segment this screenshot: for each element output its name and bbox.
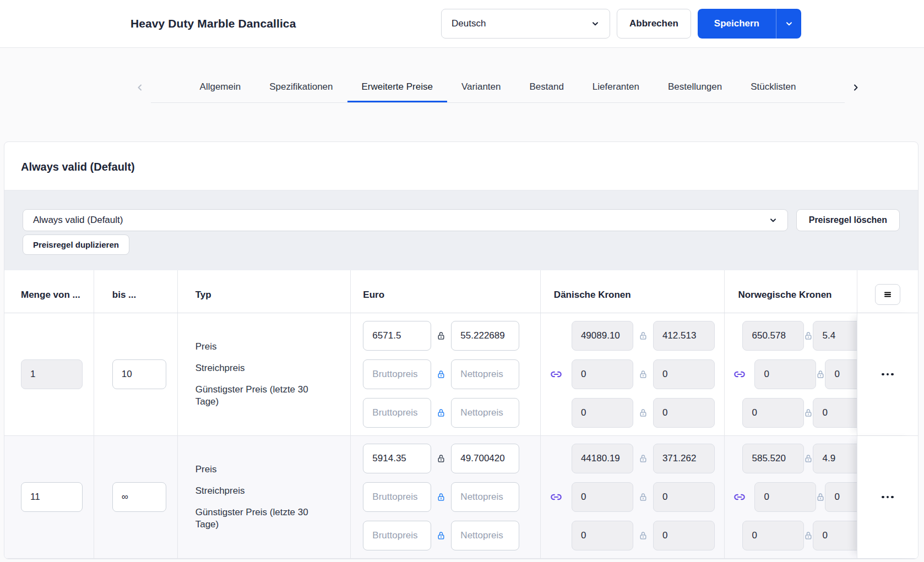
- type-label-strike-price: Streichpreis: [195, 485, 245, 497]
- nok-cheapest-gross-input: [742, 521, 804, 550]
- tab-varianten[interactable]: Varianten: [447, 73, 515, 102]
- type-label-strike-price: Streichpreis: [195, 362, 245, 374]
- lock-closed-icon: [633, 531, 653, 540]
- chain-link-icon[interactable]: [550, 491, 563, 503]
- dkk-strike-net-input: [653, 359, 715, 389]
- row-context-menu-button[interactable]: [876, 368, 899, 381]
- chevron-right-icon: [851, 83, 860, 92]
- type-label-price: Preis: [195, 463, 217, 476]
- lock-closed-icon: [633, 408, 653, 417]
- chain-link-icon[interactable]: [733, 368, 746, 380]
- delete-price-rule-button[interactable]: Preisregel löschen: [796, 209, 900, 231]
- nok-cheapest-gross-input: [742, 398, 804, 428]
- tab-list: Allgemein Spezifikationen Erweiterte Pre…: [151, 73, 845, 103]
- nok-price-gross-input: [742, 321, 804, 351]
- top-header: Heavy Duty Marble Dancallica Deutsch Abb…: [0, 0, 924, 48]
- lock-closed-icon[interactable]: [431, 531, 451, 540]
- column-header-type: Typ: [178, 270, 351, 313]
- type-label-cheapest-price: Günstigster Preis (letzte 30 Tage): [195, 384, 329, 408]
- cancel-button[interactable]: Abbrechen: [617, 9, 691, 39]
- euro-strike-net-input[interactable]: [451, 359, 519, 389]
- chevron-down-icon: [591, 19, 600, 28]
- nok-price-net-input: [813, 444, 857, 473]
- euro-cheapest-net-input[interactable]: [451, 521, 519, 550]
- lock-closed-icon[interactable]: [431, 408, 451, 417]
- lock-open-icon: [633, 331, 653, 340]
- table-settings-cell: [857, 270, 918, 313]
- lock-closed-icon: [633, 370, 653, 379]
- lock-open-icon: [804, 331, 813, 340]
- quantity-to-input[interactable]: [112, 359, 166, 389]
- chevron-down-icon: [769, 216, 778, 225]
- quantity-to-input[interactable]: [112, 482, 166, 512]
- tab-spezifikationen[interactable]: Spezifikationen: [255, 73, 347, 102]
- tab-stuecklisten[interactable]: Stücklisten: [736, 73, 810, 102]
- euro-cheapest-net-input[interactable]: [451, 398, 519, 428]
- lock-open-icon: [633, 454, 653, 463]
- dkk-price-gross-input: [572, 321, 633, 351]
- type-label-cheapest-price: Günstigster Preis (letzte 30 Tage): [195, 506, 329, 531]
- tab-bestand[interactable]: Bestand: [515, 73, 578, 102]
- price-rule-select[interactable]: Always valid (Default): [23, 209, 788, 231]
- dkk-strike-net-input: [653, 482, 715, 512]
- dkk-cheapest-gross-input: [572, 398, 633, 428]
- hamburger-icon: [883, 290, 892, 299]
- column-header-quantity-to: bis ...: [94, 270, 178, 313]
- euro-cheapest-gross-input[interactable]: [363, 398, 431, 428]
- nok-strike-net-input: [825, 482, 857, 512]
- tab-lieferanten[interactable]: Lieferanten: [578, 73, 654, 102]
- price-row-1: Preis Streichpreis Günstigster Preis (le…: [4, 313, 918, 436]
- nok-price-gross-input: [742, 444, 804, 473]
- quantity-from-input[interactable]: [21, 482, 83, 512]
- nok-cheapest-net-input: [813, 398, 857, 428]
- tabs-scroll-right-button[interactable]: [848, 80, 863, 95]
- euro-strike-gross-input[interactable]: [363, 359, 431, 389]
- save-button[interactable]: Speichern: [698, 9, 776, 39]
- dkk-price-gross-input: [572, 444, 633, 473]
- chevron-down-icon: [785, 19, 793, 28]
- lock-open-icon[interactable]: [431, 331, 451, 340]
- euro-price-net-input[interactable]: [451, 321, 519, 351]
- dkk-cheapest-gross-input: [572, 521, 633, 550]
- lock-closed-icon: [633, 493, 653, 501]
- price-table-header: Menge von ... bis ... Typ Euro Dänische …: [4, 270, 918, 313]
- save-split-button: Speichern: [698, 9, 801, 39]
- euro-strike-gross-input[interactable]: [363, 482, 431, 512]
- dkk-price-net-input: [653, 444, 715, 473]
- tab-bestellungen[interactable]: Bestellungen: [654, 73, 736, 102]
- euro-strike-net-input[interactable]: [451, 482, 519, 512]
- dkk-cheapest-net-input: [653, 521, 715, 550]
- language-select[interactable]: Deutsch: [441, 9, 610, 39]
- column-header-euro: Euro: [351, 270, 541, 313]
- euro-price-net-input[interactable]: [451, 444, 519, 473]
- lock-open-icon[interactable]: [431, 454, 451, 463]
- price-rule-title: Always valid (Default): [21, 161, 901, 173]
- table-settings-button[interactable]: [875, 284, 900, 305]
- price-rule-toolbar: Always valid (Default) Preisregel lösche…: [4, 190, 918, 270]
- nok-strike-gross-input: [754, 359, 816, 389]
- chevron-left-icon: [135, 83, 144, 92]
- tabs-scroll-left-button[interactable]: [132, 80, 148, 95]
- lock-closed-icon: [804, 531, 813, 540]
- save-dropdown-button[interactable]: [776, 9, 801, 39]
- tab-allgemein[interactable]: Allgemein: [186, 73, 256, 102]
- dkk-strike-gross-input: [572, 359, 633, 389]
- lock-closed-icon: [816, 493, 825, 501]
- euro-price-gross-input[interactable]: [363, 321, 431, 351]
- euro-cheapest-gross-input[interactable]: [363, 521, 431, 550]
- type-label-price: Preis: [195, 341, 217, 353]
- euro-price-gross-input[interactable]: [363, 444, 431, 473]
- lock-closed-icon[interactable]: [431, 493, 451, 501]
- chain-link-icon[interactable]: [733, 491, 746, 503]
- price-rule-select-value: Always valid (Default): [33, 215, 123, 226]
- price-table: Menge von ... bis ... Typ Euro Dänische …: [4, 270, 918, 559]
- tab-erweiterte-preise[interactable]: Erweiterte Preise: [347, 73, 447, 102]
- lock-closed-icon[interactable]: [431, 370, 451, 379]
- chain-link-icon[interactable]: [550, 368, 563, 380]
- row-context-menu-button[interactable]: [876, 490, 899, 504]
- page-title: Heavy Duty Marble Dancallica: [131, 17, 296, 30]
- price-row-2: Preis Streichpreis Günstigster Preis (le…: [4, 436, 918, 559]
- header-actions: Deutsch Abbrechen Speichern: [441, 9, 801, 39]
- duplicate-price-rule-button[interactable]: Preisregel duplizieren: [23, 234, 129, 255]
- nok-strike-gross-input: [754, 482, 816, 512]
